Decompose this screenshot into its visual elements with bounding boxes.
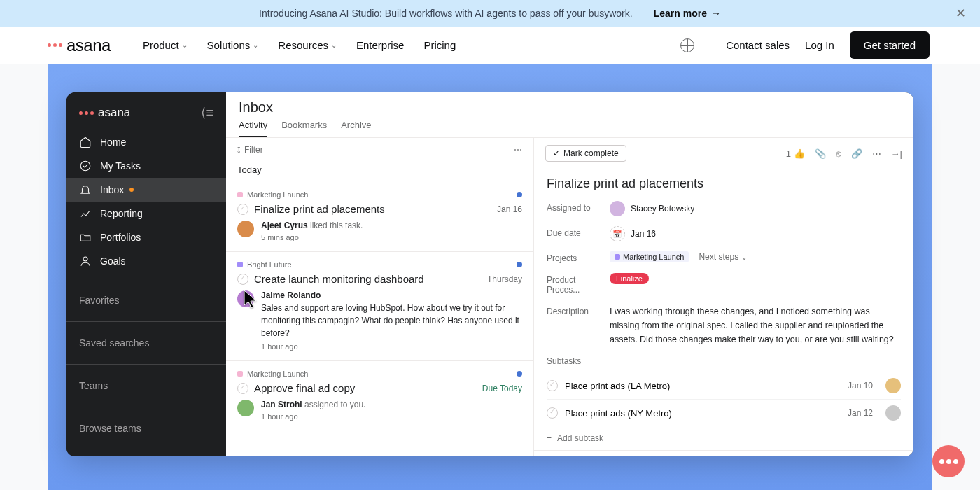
project-chip[interactable]: Marketing Launch bbox=[610, 251, 689, 262]
close-panel-icon[interactable]: →| bbox=[891, 148, 902, 159]
chevron-down-icon: ⌄ bbox=[741, 253, 747, 261]
login-link[interactable]: Log In bbox=[805, 39, 834, 51]
announcement-banner: Introducing Asana AI Studio: Build workf… bbox=[0, 0, 980, 27]
chart-icon bbox=[79, 207, 92, 220]
stage-dropdown[interactable]: Next steps ⌄ bbox=[699, 252, 747, 262]
process-label: Product Proces... bbox=[547, 273, 610, 295]
nav-pricing[interactable]: Pricing bbox=[424, 39, 456, 51]
due-date-label: Due date bbox=[547, 226, 610, 238]
subtask-icon[interactable]: ⎋ bbox=[836, 148, 841, 159]
card-date: Thursday bbox=[487, 274, 522, 284]
sidebar-item-reporting[interactable]: Reporting bbox=[66, 202, 226, 225]
divider bbox=[66, 364, 226, 365]
sidebar-item-my-tasks[interactable]: My Tasks bbox=[66, 154, 226, 178]
add-subtask-button[interactable]: + Add subtask bbox=[547, 426, 901, 450]
bell-icon bbox=[79, 183, 92, 196]
avatar bbox=[237, 400, 254, 416]
help-fab-button[interactable] bbox=[932, 445, 965, 477]
globe-icon[interactable] bbox=[680, 38, 694, 52]
close-icon[interactable]: ✕ bbox=[955, 6, 966, 21]
chevron-down-icon: ⌄ bbox=[331, 41, 337, 49]
calendar-icon: 📅 bbox=[610, 226, 625, 241]
status-pill[interactable]: Finalize bbox=[610, 273, 649, 284]
sidebar-item-inbox[interactable]: Inbox bbox=[66, 178, 226, 202]
user-icon bbox=[79, 255, 92, 267]
project-color-icon bbox=[237, 371, 243, 377]
nav-enterprise[interactable]: Enterprise bbox=[356, 39, 404, 51]
assignee-value[interactable]: Stacey Botowsky bbox=[610, 201, 694, 216]
sidebar-item-goals[interactable]: Goals bbox=[66, 249, 226, 273]
sidebar-item-portfolios[interactable]: Portfolios bbox=[66, 225, 226, 249]
description-text: I was working through these changes, and… bbox=[610, 304, 901, 346]
app-window: asana ⟨≡ Home My Tasks Inbox Reporting bbox=[66, 92, 913, 456]
home-icon bbox=[79, 136, 92, 148]
filter-icon: ⫱ bbox=[237, 145, 240, 155]
tab-bookmarks[interactable]: Bookmarks bbox=[281, 120, 327, 137]
unread-dot-icon bbox=[517, 371, 522, 377]
avatar bbox=[237, 220, 254, 237]
nav-product[interactable]: Product ⌄ bbox=[143, 39, 188, 51]
get-started-button[interactable]: Get started bbox=[850, 31, 930, 59]
task-detail-panel: ✓ Mark complete 1 👍 📎 ⎋ 🔗 ⋯ →| bbox=[534, 138, 913, 456]
today-header: Today bbox=[226, 162, 533, 182]
mark-complete-button[interactable]: ✓ Mark complete bbox=[545, 145, 626, 162]
topnav-menu: Product ⌄ Solutions ⌄ Resources ⌄ Enterp… bbox=[143, 39, 456, 51]
sidebar-logo[interactable]: asana bbox=[79, 106, 130, 120]
nav-resources[interactable]: Resources ⌄ bbox=[278, 39, 337, 51]
timestamp: 1 hour ago bbox=[261, 342, 522, 351]
asana-logo[interactable]: asana bbox=[48, 36, 111, 55]
inbox-card[interactable]: Marketing Launch Finalize print ad place… bbox=[226, 182, 533, 252]
complete-check-icon[interactable] bbox=[237, 383, 248, 394]
inbox-list: ⫱ Filter ⋯ Today Marketing Launch bbox=[226, 138, 534, 456]
complete-check-icon[interactable] bbox=[237, 204, 248, 215]
card-date: Due Today bbox=[482, 384, 522, 393]
timestamp: 1 hour ago bbox=[261, 412, 365, 421]
unread-dot-icon bbox=[517, 262, 522, 267]
logo-dots-icon bbox=[48, 43, 62, 47]
logo-dots-icon bbox=[79, 111, 94, 115]
tab-activity[interactable]: Activity bbox=[239, 120, 267, 137]
card-title: Create launch monitoring dashboard bbox=[254, 273, 424, 285]
top-navigation: asana Product ⌄ Solutions ⌄ Resources ⌄ … bbox=[0, 27, 980, 64]
card-date: Jan 16 bbox=[497, 204, 522, 214]
project-color-icon bbox=[237, 192, 243, 197]
sidebar-item-home[interactable]: Home bbox=[66, 130, 226, 154]
complete-check-icon[interactable] bbox=[237, 274, 248, 285]
banner-learn-more-link[interactable]: Learn more → bbox=[654, 8, 721, 19]
like-count[interactable]: 1 👍 bbox=[786, 148, 805, 159]
hero-backdrop: asana ⟨≡ Home My Tasks Inbox Reporting bbox=[48, 64, 932, 490]
sidebar-section-saved-searches[interactable]: Saved searches bbox=[66, 328, 226, 358]
divider bbox=[66, 321, 226, 322]
inbox-card[interactable]: Bright Future Create launch monitoring d… bbox=[226, 252, 533, 361]
nav-solutions[interactable]: Solutions ⌄ bbox=[207, 39, 259, 51]
dots-icon bbox=[939, 459, 958, 464]
sidebar-section-teams[interactable]: Teams bbox=[66, 370, 226, 401]
inbox-card[interactable]: Marketing Launch Approve final ad copy D… bbox=[226, 361, 533, 430]
task-title: Finalize print ad placements bbox=[547, 176, 901, 191]
complete-check-icon[interactable] bbox=[547, 407, 558, 419]
tab-archive[interactable]: Archive bbox=[341, 120, 371, 137]
more-icon[interactable]: ⋯ bbox=[514, 145, 522, 155]
description-label: Description bbox=[547, 304, 610, 316]
filter-button[interactable]: ⫱ Filter bbox=[237, 145, 263, 155]
sidebar-section-favorites[interactable]: Favorites bbox=[66, 285, 226, 316]
complete-check-icon[interactable] bbox=[547, 380, 558, 391]
projects-label: Projects bbox=[547, 251, 610, 263]
more-icon[interactable]: ⋯ bbox=[872, 148, 881, 159]
svg-point-0 bbox=[80, 161, 90, 171]
subtask-row[interactable]: Place print ads (LA Metro) Jan 10 bbox=[547, 372, 901, 399]
sidebar-section-browse-teams[interactable]: Browse teams bbox=[66, 413, 226, 444]
check-icon: ✓ bbox=[553, 148, 560, 158]
collapse-sidebar-icon[interactable]: ⟨≡ bbox=[201, 105, 214, 120]
attachment-icon[interactable]: 📎 bbox=[815, 148, 826, 159]
contact-sales-link[interactable]: Contact sales bbox=[726, 39, 790, 51]
link-icon[interactable]: 🔗 bbox=[851, 148, 862, 159]
subtask-row[interactable]: Place print ads (NY Metro) Jan 12 bbox=[547, 399, 901, 426]
avatar bbox=[237, 290, 254, 307]
subtasks-header: Subtasks bbox=[547, 356, 901, 366]
project-color-icon bbox=[237, 262, 243, 267]
due-date-value[interactable]: 📅 Jan 16 bbox=[610, 226, 656, 241]
page-title: Inbox bbox=[239, 99, 901, 115]
main-content: Inbox Activity Bookmarks Archive ⫱ Filte… bbox=[226, 92, 913, 456]
arrow-right-icon: → bbox=[711, 8, 721, 19]
